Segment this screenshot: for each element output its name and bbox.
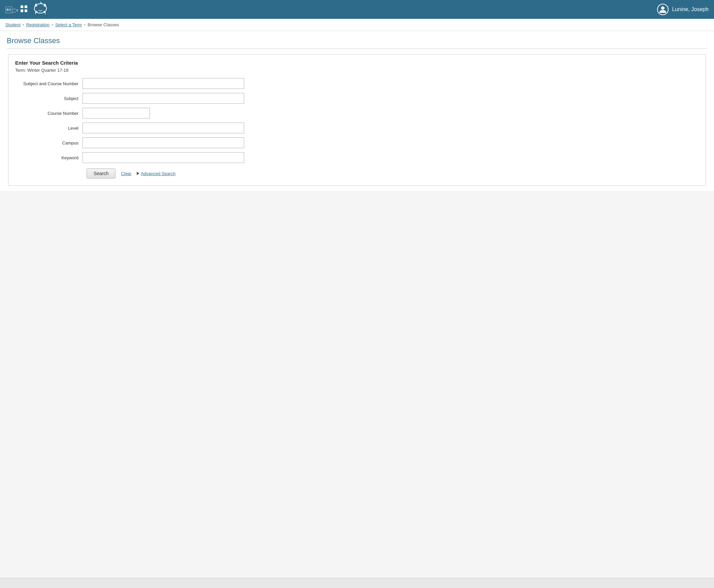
svg-rect-0 xyxy=(21,5,23,8)
breadcrumb-select-term[interactable]: Select a Term xyxy=(55,22,82,27)
page-title: Browse Classes xyxy=(7,36,707,49)
input-course-number[interactable] xyxy=(83,108,150,119)
triangle-icon xyxy=(137,172,140,175)
row-keyword: Keyword xyxy=(15,152,699,163)
row-subject: Subject xyxy=(15,93,699,104)
label-subject: Subject xyxy=(15,96,83,101)
breadcrumb-browse-classes: Browse Classes xyxy=(88,22,119,27)
row-level: Level xyxy=(15,123,699,133)
user-name: Lunine, Joseph xyxy=(672,6,709,13)
input-campus[interactable] xyxy=(83,138,244,148)
header-right: Lunine, Joseph xyxy=(657,4,709,15)
label-campus: Campus xyxy=(15,141,83,146)
row-campus: Campus xyxy=(15,138,699,148)
input-subject[interactable] xyxy=(83,93,244,104)
svg-point-7 xyxy=(661,6,665,10)
breadcrumb-sep-3: ● xyxy=(84,23,86,26)
label-keyword: Keyword xyxy=(15,155,83,160)
input-level[interactable] xyxy=(83,123,244,133)
term-label: Term: xyxy=(15,68,26,73)
svg-point-6 xyxy=(42,7,43,8)
clear-button[interactable]: Clear xyxy=(121,171,131,176)
svg-rect-2 xyxy=(21,9,23,12)
input-subject-course-number[interactable] xyxy=(83,78,244,89)
term-value: Winter Quarter 17-18 xyxy=(27,68,68,73)
form-section-title: Enter Your Search Criteria xyxy=(15,60,699,66)
label-subject-course-number: Subject and Course Number xyxy=(15,81,83,86)
svg-point-5 xyxy=(38,7,39,8)
label-level: Level xyxy=(15,126,83,131)
breadcrumb-sep-2: ● xyxy=(51,23,53,26)
breadcrumb-student[interactable]: Student xyxy=(5,22,21,27)
row-course-number: Course Number xyxy=(15,108,699,119)
grid-icon[interactable]: ::▫ xyxy=(5,5,28,14)
search-button[interactable]: Search xyxy=(87,168,115,178)
buttons-row: Search Clear Advanced Search xyxy=(87,168,699,178)
logo-icon xyxy=(31,1,49,18)
page-content: Browse Classes Enter Your Search Criteri… xyxy=(0,31,714,191)
header: ::▫ xyxy=(0,0,714,19)
label-course-number: Course Number xyxy=(15,111,83,116)
form-term: Term: Winter Quarter 17-18 xyxy=(15,68,699,73)
row-subject-course-number: Subject and Course Number xyxy=(15,78,699,89)
input-keyword[interactable] xyxy=(83,152,244,163)
svg-rect-3 xyxy=(25,9,27,12)
breadcrumb-registration[interactable]: Registration xyxy=(26,22,49,27)
breadcrumb-sep-1: ● xyxy=(23,23,24,26)
svg-rect-1 xyxy=(25,5,27,8)
breadcrumb: Student ● Registration ● Select a Term ●… xyxy=(0,19,714,31)
header-left: ::▫ xyxy=(5,1,49,18)
search-form-section: Enter Your Search Criteria Term: Winter … xyxy=(8,54,706,186)
user-avatar xyxy=(657,4,669,15)
advanced-search-link[interactable]: Advanced Search xyxy=(137,171,175,176)
